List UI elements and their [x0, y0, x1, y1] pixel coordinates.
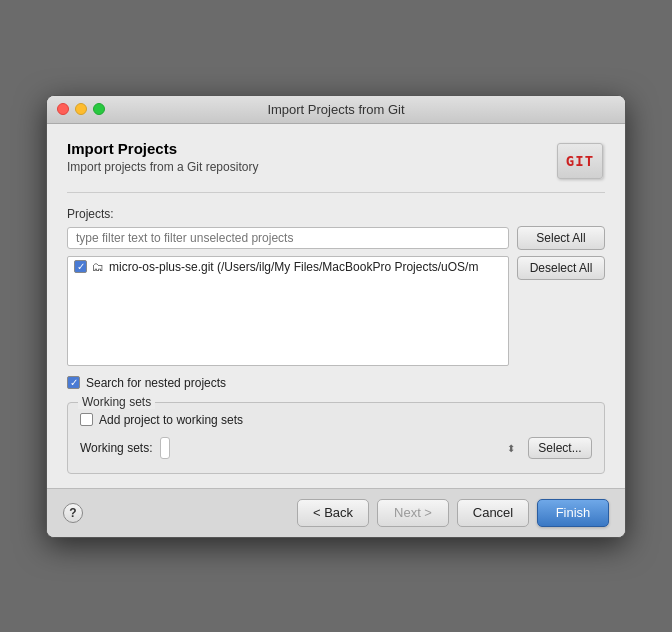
filter-input[interactable] [67, 227, 509, 249]
help-button[interactable]: ? [63, 503, 83, 523]
project-list: ✓ 🗂 micro-os-plus-se.git (/Users/ilg/My … [67, 256, 509, 366]
dialog-subtitle: Import projects from a Git repository [67, 160, 258, 174]
deselect-all-button[interactable]: Deselect All [517, 256, 605, 280]
minimize-button[interactable] [75, 103, 87, 115]
project-name: micro-os-plus-se.git (/Users/ilg/My File… [109, 260, 478, 274]
close-button[interactable] [57, 103, 69, 115]
back-button[interactable]: < Back [297, 499, 369, 527]
window-controls [57, 103, 105, 115]
dialog-title: Import Projects [67, 140, 258, 157]
main-window: Import Projects from Git Import Projects… [46, 95, 626, 538]
cancel-button[interactable]: Cancel [457, 499, 529, 527]
working-sets-select-wrapper: ⬍ [160, 437, 520, 459]
project-list-wrapper: ✓ 🗂 micro-os-plus-se.git (/Users/ilg/My … [67, 256, 605, 366]
window-title: Import Projects from Git [267, 102, 404, 117]
folder-icon: 🗂 [92, 260, 104, 274]
git-logo: GIT [555, 140, 605, 182]
finish-button[interactable]: Finish [537, 499, 609, 527]
titlebar: Import Projects from Git [47, 96, 625, 124]
projects-label: Projects: [67, 207, 605, 221]
dropdown-arrow-icon: ⬍ [507, 442, 515, 453]
working-sets-label: Working sets: [80, 441, 152, 455]
footer-left: ? [63, 503, 83, 523]
project-checkbox[interactable]: ✓ [74, 260, 87, 273]
filter-row: Select All [67, 226, 605, 250]
footer: ? < Back Next > Cancel Finish [47, 488, 625, 537]
list-buttons: Deselect All [517, 256, 605, 280]
footer-right: < Back Next > Cancel Finish [297, 499, 609, 527]
select-all-button[interactable]: Select All [517, 226, 605, 250]
add-to-working-sets-label: Add project to working sets [99, 413, 243, 427]
maximize-button[interactable] [93, 103, 105, 115]
list-item[interactable]: ✓ 🗂 micro-os-plus-se.git (/Users/ilg/My … [68, 257, 508, 277]
add-to-working-sets-checkbox[interactable] [80, 413, 93, 426]
working-sets-select-button[interactable]: Select... [528, 437, 592, 459]
next-button[interactable]: Next > [377, 499, 449, 527]
nested-checkmark-icon: ✓ [70, 378, 78, 388]
header-section: Import Projects Import projects from a G… [67, 140, 605, 193]
nested-projects-row: ✓ Search for nested projects [67, 376, 605, 390]
nested-label: Search for nested projects [86, 376, 226, 390]
nested-checkbox[interactable]: ✓ [67, 376, 80, 389]
working-sets-title: Working sets [78, 395, 155, 409]
working-sets-row: Working sets: ⬍ Select... [80, 437, 592, 459]
add-to-working-sets-row: Add project to working sets [80, 413, 592, 427]
git-logo-box: GIT [557, 143, 603, 179]
content-area: Import Projects Import projects from a G… [47, 124, 625, 474]
working-sets-groupbox: Working sets Add project to working sets… [67, 402, 605, 474]
checkmark-icon: ✓ [77, 262, 85, 272]
header-text: Import Projects Import projects from a G… [67, 140, 258, 174]
working-sets-select[interactable] [160, 437, 170, 459]
